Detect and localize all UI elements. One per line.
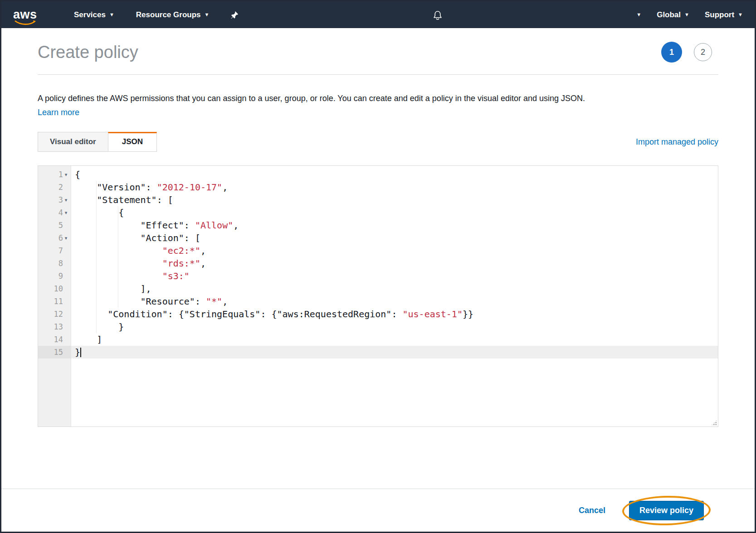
account-menu[interactable]: ▼ xyxy=(636,12,641,17)
pin-shortcut-button[interactable] xyxy=(231,10,239,19)
code-line[interactable]: 15} xyxy=(38,346,718,359)
nav-services-label: Services xyxy=(74,10,106,19)
line-number-gutter: 13 xyxy=(38,320,71,333)
fold-arrow-icon[interactable]: ▾ xyxy=(63,168,69,181)
line-number: 11 xyxy=(54,295,63,308)
line-number-gutter: 15 xyxy=(38,346,71,359)
code-line[interactable]: 5 "Effect": "Allow", xyxy=(38,219,718,232)
page-title: Create policy xyxy=(38,43,138,62)
code-text: ], xyxy=(71,282,718,295)
json-policy-editor[interactable]: 1▾{2 "Version": "2012-10-17",3▾ "Stateme… xyxy=(38,165,718,427)
code-lines: 1▾{2 "Version": "2012-10-17",3▾ "Stateme… xyxy=(38,166,718,359)
line-number-gutter: 10 xyxy=(38,282,71,295)
navbar-right-group: ▼ Global ▼ Support ▼ xyxy=(636,10,743,19)
tab-visual-editor[interactable]: Visual editor xyxy=(38,132,108,152)
footer-bar: Cancel Review policy xyxy=(1,489,755,532)
line-number: 5 xyxy=(59,219,63,232)
pin-icon xyxy=(231,11,239,19)
aws-logo[interactable]: aws xyxy=(13,9,40,21)
line-number-gutter: 1▾ xyxy=(38,168,71,181)
policy-description: A policy defines the AWS permissions tha… xyxy=(38,93,718,104)
step-1-number: 1 xyxy=(669,48,674,57)
chevron-down-icon: ▼ xyxy=(684,12,689,17)
line-number-gutter: 4▾ xyxy=(38,206,71,219)
line-number: 2 xyxy=(59,181,63,194)
aws-smile-icon xyxy=(15,20,36,26)
line-number-gutter: 9 xyxy=(38,270,71,282)
step-2-number: 2 xyxy=(701,48,705,57)
code-line[interactable]: 6▾ "Action": [ xyxy=(38,232,718,244)
fold-arrow-icon[interactable]: ▾ xyxy=(63,232,69,244)
step-indicator-2: 2 xyxy=(694,43,712,61)
code-line[interactable]: 2 "Version": "2012-10-17", xyxy=(38,181,718,194)
code-text: } xyxy=(71,346,718,359)
region-label: Global xyxy=(657,10,681,19)
line-number: 12 xyxy=(54,308,63,320)
line-number: 6 xyxy=(59,232,63,244)
nav-services-menu[interactable]: Services ▼ xyxy=(74,10,114,19)
navbar-center-group xyxy=(239,9,636,21)
code-text: { xyxy=(71,168,718,181)
code-text: "Condition": {"StringEquals": {"aws:Requ… xyxy=(71,308,718,320)
chevron-down-icon: ▼ xyxy=(636,12,641,17)
support-menu[interactable]: Support ▼ xyxy=(705,10,743,19)
code-text: { xyxy=(71,206,718,219)
line-number-gutter: 11 xyxy=(38,295,71,308)
title-divider xyxy=(38,74,718,75)
line-number: 14 xyxy=(54,333,63,346)
code-text: "Action": [ xyxy=(71,232,718,244)
review-policy-button[interactable]: Review policy xyxy=(629,501,704,520)
line-number: 8 xyxy=(59,257,63,270)
line-number: 7 xyxy=(59,244,63,257)
top-navbar: aws Services ▼ Resource Groups ▼ xyxy=(1,1,755,28)
line-number-gutter: 12 xyxy=(38,308,71,320)
code-line[interactable]: 12 "Condition": {"StringEquals": {"aws:R… xyxy=(38,308,718,320)
code-line[interactable]: 11 "Resource": "*", xyxy=(38,295,718,308)
line-number: 13 xyxy=(54,320,63,333)
code-line[interactable]: 8 "rds:*", xyxy=(38,257,718,270)
learn-more-link[interactable]: Learn more xyxy=(38,108,79,117)
line-number: 15 xyxy=(54,346,63,359)
line-number-gutter: 7 xyxy=(38,244,71,257)
code-line[interactable]: 14 ] xyxy=(38,333,718,346)
cancel-button[interactable]: Cancel xyxy=(579,506,605,515)
code-text: "rds:*", xyxy=(71,257,718,270)
support-label: Support xyxy=(705,10,734,19)
editor-tabs: Visual editor JSON Import managed policy xyxy=(38,132,718,152)
line-number-gutter: 6▾ xyxy=(38,232,71,244)
fold-arrow-icon[interactable]: ▾ xyxy=(63,194,69,206)
notifications-button[interactable] xyxy=(433,9,443,21)
code-text: "Resource": "*", xyxy=(71,295,718,308)
code-text: "Version": "2012-10-17", xyxy=(71,181,718,194)
nav-resource-groups-menu[interactable]: Resource Groups ▼ xyxy=(136,10,210,19)
code-text: } xyxy=(71,320,718,333)
chevron-down-icon: ▼ xyxy=(205,12,210,17)
navbar-left-group: Services ▼ Resource Groups ▼ xyxy=(74,10,239,19)
nav-resource-groups-label: Resource Groups xyxy=(136,10,201,19)
line-number: 1 xyxy=(59,168,63,181)
code-line[interactable]: 7 "ec2:*", xyxy=(38,244,718,257)
import-managed-policy-link[interactable]: Import managed policy xyxy=(636,137,718,147)
bell-icon xyxy=(433,10,443,21)
code-line[interactable]: 13 } xyxy=(38,320,718,333)
code-line[interactable]: 1▾{ xyxy=(38,168,718,181)
line-number: 10 xyxy=(54,282,63,295)
line-number-gutter: 5 xyxy=(38,219,71,232)
code-text: ] xyxy=(71,333,718,346)
line-number-gutter: 14 xyxy=(38,333,71,346)
code-line[interactable]: 10 ], xyxy=(38,282,718,295)
region-menu[interactable]: Global ▼ xyxy=(657,10,689,19)
wizard-steps: 1 2 xyxy=(661,42,712,63)
fold-arrow-icon[interactable]: ▾ xyxy=(63,206,69,219)
text-cursor xyxy=(80,348,81,357)
line-number: 9 xyxy=(59,270,63,282)
line-number: 4 xyxy=(59,206,63,219)
tab-json[interactable]: JSON xyxy=(108,132,157,152)
chevron-down-icon: ▼ xyxy=(738,12,743,17)
code-line[interactable]: 4▾ { xyxy=(38,206,718,219)
code-line[interactable]: 9 "s3:" xyxy=(38,270,718,282)
main-content: Create policy 1 2 A policy defines the A… xyxy=(1,42,755,427)
step-indicator-1: 1 xyxy=(661,42,682,63)
editor-resize-handle[interactable] xyxy=(711,420,717,426)
code-line[interactable]: 3▾ "Statement": [ xyxy=(38,194,718,206)
